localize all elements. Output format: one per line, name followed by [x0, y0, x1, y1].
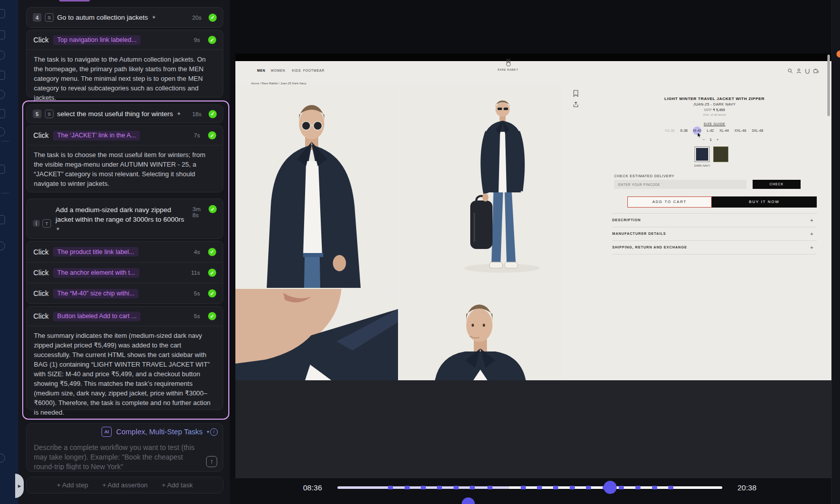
- add-task-button[interactable]: + Add task: [162, 481, 192, 489]
- step-4-detail-card: Click Top navigation link labeled... 9s …: [26, 30, 223, 97]
- color-swatch-olive[interactable]: [713, 146, 728, 162]
- event-marker[interactable]: [570, 486, 575, 489]
- event-marker[interactable]: [405, 486, 410, 489]
- left-icon-rail: [0, 0, 18, 504]
- action-row[interactable]: Click The “M-40” size chip withi... 5s ✓: [27, 283, 223, 304]
- event-marker[interactable]: [586, 486, 591, 489]
- account-icon[interactable]: [796, 68, 802, 74]
- plus-icon[interactable]: +: [810, 217, 814, 223]
- plus-icon[interactable]: +: [810, 231, 814, 237]
- rail-partial-icon[interactable]: [0, 30, 5, 39]
- event-marker[interactable]: [521, 486, 526, 489]
- size-chip-xs36[interactable]: XS-36: [665, 129, 674, 132]
- rail-partial-icon[interactable]: [0, 9, 5, 18]
- event-marker[interactable]: [619, 486, 624, 489]
- size-guide-link[interactable]: SIZE GUIDE: [612, 122, 817, 126]
- qty-minus-button[interactable]: −: [703, 137, 705, 142]
- rail-partial-icon[interactable]: [0, 109, 5, 118]
- page-scrollbar[interactable]: [827, 55, 830, 116]
- action-row[interactable]: Click The anchor element with t... 11s ✓: [27, 263, 223, 283]
- pincode-check-button[interactable]: CHECK: [753, 180, 801, 189]
- rail-partial-icon[interactable]: [0, 90, 5, 99]
- accordion-description[interactable]: DESCRIPTION +: [612, 218, 817, 225]
- timeline-track[interactable]: [337, 486, 722, 489]
- playhead-handle[interactable]: [604, 481, 617, 494]
- chevron-down-icon[interactable]: ▾: [207, 429, 209, 434]
- step-5-header[interactable]: 5 S select the most useful thing for win…: [26, 105, 223, 123]
- nav-link-women[interactable]: WOMEN: [271, 69, 285, 72]
- event-marker[interactable]: [437, 486, 442, 489]
- action-target-chip[interactable]: The product title link label...: [53, 247, 138, 257]
- summary-text: The summary indicates the item (medium-s…: [27, 326, 223, 422]
- nav-link-kids[interactable]: KIDS: [292, 69, 301, 72]
- size-chip-3xl48[interactable]: 3XL-48: [752, 129, 763, 132]
- info-icon[interactable]: i: [210, 428, 218, 436]
- nav-link-footwear[interactable]: FOOTWEAR: [303, 69, 324, 72]
- event-marker[interactable]: [652, 486, 657, 489]
- event-marker[interactable]: [668, 486, 673, 489]
- rail-partial-icon[interactable]: [0, 215, 5, 224]
- workflow-prompt-input[interactable]: [27, 439, 223, 470]
- event-marker[interactable]: [454, 486, 459, 489]
- product-photo-full[interactable]: [400, 85, 562, 288]
- accordion-shipping[interactable]: SHIPPING, RETURN AND EXCHANGE +: [612, 245, 817, 253]
- ai-mode-label[interactable]: Complex, Multi-Step Tasks: [116, 428, 203, 436]
- action-row[interactable]: Click The product title link label... 4s…: [27, 241, 223, 262]
- submit-prompt-button[interactable]: ↑: [206, 456, 217, 467]
- product-photo-torso[interactable]: [235, 85, 398, 288]
- accordion-manufacturer[interactable]: MANUFACTURER DETAILS +: [612, 232, 817, 239]
- rail-partial-icon[interactable]: [0, 71, 5, 80]
- search-icon[interactable]: [787, 68, 793, 74]
- action-target-chip[interactable]: Button labeled Add to cart ...: [53, 312, 140, 321]
- cart-bag-icon[interactable]: [813, 68, 819, 74]
- size-chip-m40-selected[interactable]: M-40: [693, 129, 701, 132]
- rail-partial-icon[interactable]: [0, 453, 5, 463]
- action-row[interactable]: Click Top navigation link labeled... 9s …: [27, 30, 223, 49]
- secondary-playhead-dot[interactable]: [462, 497, 475, 504]
- size-chip-xl44[interactable]: XL-44: [719, 129, 729, 132]
- event-marker[interactable]: [487, 486, 492, 489]
- sparkles-icon: ✦: [56, 226, 188, 232]
- rail-partial-icon[interactable]: [0, 51, 5, 60]
- event-marker[interactable]: [537, 486, 542, 489]
- size-chip-xxl46[interactable]: XXL-46: [734, 129, 746, 132]
- action-row[interactable]: Click The ‘JACKET’ link in the A... 7s ✓: [27, 126, 223, 145]
- task-header-card[interactable]: ( T Add a medium-sized dark navy zipped …: [26, 198, 223, 239]
- color-swatch-dark-navy[interactable]: [695, 146, 710, 162]
- event-marker[interactable]: [635, 486, 640, 489]
- share-icon[interactable]: [573, 102, 579, 108]
- pincode-input[interactable]: [614, 180, 747, 189]
- breadcrumb[interactable]: Home / Rare Rabbit / Juan-25 Dark Navy: [251, 82, 306, 85]
- size-chip-l42[interactable]: L-42: [707, 129, 714, 132]
- buy-it-now-button[interactable]: BUY IT NOW: [712, 196, 817, 208]
- event-marker[interactable]: [470, 486, 475, 489]
- nav-link-men[interactable]: MEN: [257, 69, 265, 72]
- action-target-chip[interactable]: The ‘JACKET’ link in the A...: [53, 131, 140, 140]
- add-assertion-button[interactable]: + Add assertion: [102, 481, 147, 489]
- add-step-button[interactable]: + Add step: [57, 481, 88, 489]
- rail-partial-icon[interactable]: [0, 241, 5, 250]
- size-chip-s38[interactable]: S-38: [680, 129, 687, 132]
- event-marker[interactable]: [388, 486, 393, 489]
- product-title: LIGHT WINTER TRAVEL JACKET WITH ZIPPER: [612, 96, 817, 101]
- action-row[interactable]: Click Button labeled Add to cart ... 5s …: [27, 307, 223, 326]
- step-4-header[interactable]: 4 S Go to autum collection jackets ✦ 20s…: [26, 7, 223, 28]
- brand-logo[interactable]: RARE RABBIT: [490, 59, 526, 71]
- product-photo-collar-closeup[interactable]: [235, 289, 398, 380]
- qty-plus-button[interactable]: +: [716, 137, 719, 142]
- product-photo-portrait[interactable]: [400, 289, 562, 380]
- action-target-chip[interactable]: The anchor element with t...: [53, 268, 139, 278]
- add-to-cart-button[interactable]: ADD TO CART: [627, 196, 712, 208]
- plus-icon[interactable]: +: [810, 244, 814, 250]
- ai-mode-selector[interactable]: AI Complex, Multi-Step Tasks ▾ i: [27, 424, 223, 439]
- rail-partial-icon[interactable]: [0, 127, 5, 136]
- wishlist-hanger-icon[interactable]: [805, 68, 810, 74]
- event-marker[interactable]: [421, 486, 426, 489]
- bookmark-icon[interactable]: [573, 90, 579, 97]
- rail-partial-icon[interactable]: [0, 165, 5, 174]
- tax-note: (Incl. of all taxes): [612, 113, 817, 116]
- event-marker[interactable]: [553, 486, 558, 489]
- action-target-chip[interactable]: The “M-40” size chip withi...: [53, 289, 138, 298]
- sidebar-collapse-handle[interactable]: ▶: [15, 474, 24, 498]
- action-target-chip[interactable]: Top navigation link labeled...: [53, 35, 140, 45]
